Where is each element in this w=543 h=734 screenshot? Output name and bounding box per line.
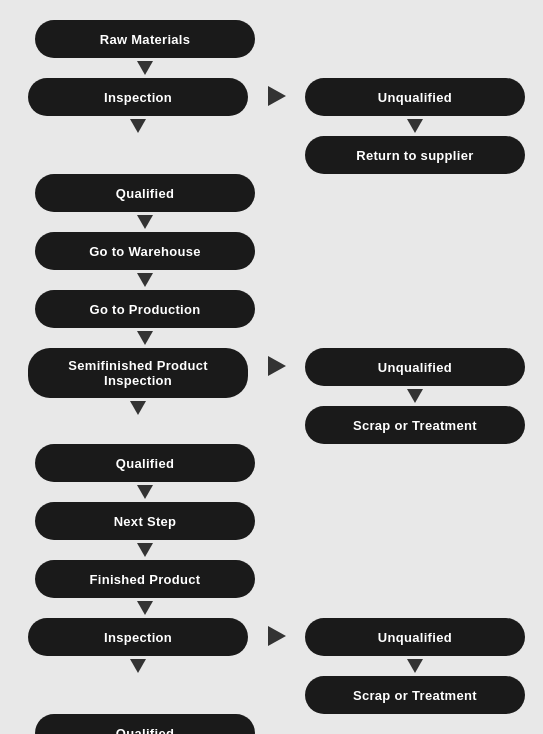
qualified3-node: Qualified [35, 714, 255, 734]
return-supplier-node: Return to supplier [305, 136, 525, 174]
arrow-down [137, 273, 153, 287]
unqualified3-node: Unqualified [305, 618, 525, 656]
unqualified2-node: Unqualified [305, 348, 525, 386]
inspection1-node: Inspection [28, 78, 248, 116]
arrow-down [137, 485, 153, 499]
arrow-down [407, 389, 423, 403]
go-to-warehouse-node: Go to Warehouse [35, 232, 255, 270]
arrow-down [407, 659, 423, 673]
next-step-node: Next Step [35, 502, 255, 540]
arrow-down [137, 543, 153, 557]
diagram: Raw Materials Inspection Unqualified Ret… [0, 10, 543, 734]
arrow-down [137, 601, 153, 615]
arrow-down [130, 401, 146, 415]
qualified2-node: Qualified [35, 444, 255, 482]
arrow-right [268, 356, 286, 376]
arrow-down [130, 659, 146, 673]
arrow-down [137, 61, 153, 75]
scrap-treatment1-node: Scrap or Treatment [305, 406, 525, 444]
arrow-down [137, 331, 153, 345]
arrow-right [268, 86, 286, 106]
arrow-right [268, 626, 286, 646]
arrow-down [407, 119, 423, 133]
unqualified1-node: Unqualified [305, 78, 525, 116]
raw-materials-node: Raw Materials [35, 20, 255, 58]
arrow-down [137, 215, 153, 229]
scrap-treatment2-node: Scrap or Treatment [305, 676, 525, 714]
finished-product-node: Finished Product [35, 560, 255, 598]
go-to-production-node: Go to Production [35, 290, 255, 328]
semifinished-inspection-node: Semifinished Product Inspection [28, 348, 248, 398]
arrow-down [130, 119, 146, 133]
qualified1-node: Qualified [35, 174, 255, 212]
inspection2-node: Inspection [28, 618, 248, 656]
